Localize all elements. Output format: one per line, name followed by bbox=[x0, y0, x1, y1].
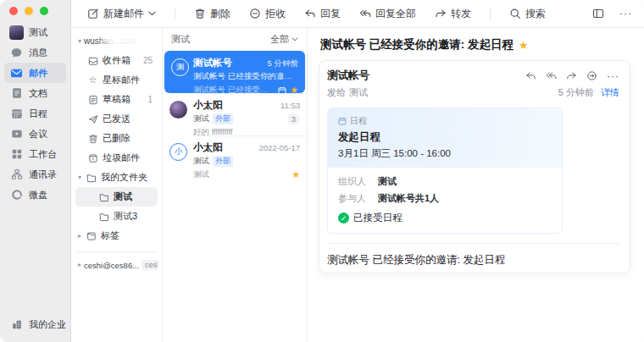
building-icon bbox=[9, 317, 24, 332]
caret-down-icon: ▾ bbox=[78, 38, 81, 45]
star-icon[interactable]: ★ bbox=[291, 170, 300, 179]
participants-value: 测试帐号共1人 bbox=[378, 192, 439, 205]
mail-toolbar: 新建邮件 删除 拒收 回复 回复全部 转发 bbox=[71, 0, 644, 28]
chat-bubble-icon bbox=[9, 46, 24, 60]
folder-junk[interactable]: 垃圾邮件 bbox=[75, 148, 158, 168]
forward-button[interactable]: 转发 bbox=[435, 7, 471, 21]
folder-labels[interactable]: ▸ 标签 bbox=[75, 226, 158, 245]
message-divider bbox=[327, 243, 619, 244]
mail-snippet: 测试帐号 已经接受你的邀请: 发... bbox=[193, 71, 298, 82]
reply-icon[interactable] bbox=[525, 70, 536, 81]
video-camera-icon bbox=[9, 127, 24, 141]
event-status-text: 已接受日程 bbox=[353, 212, 402, 224]
toolbar-divider bbox=[175, 8, 175, 19]
account-row[interactable]: ▾ wushan...com bbox=[75, 35, 158, 51]
subject-star-icon[interactable]: ★ bbox=[519, 40, 529, 51]
more-options-icon[interactable]: ··· bbox=[619, 8, 632, 19]
main-area: 新建邮件 删除 拒收 回复 回复全部 转发 bbox=[71, 0, 644, 342]
trash-icon bbox=[194, 8, 206, 19]
mail-list-item[interactable]: 小太阳 11:53 测试 外部 3 好的 ffffffffff bbox=[163, 93, 307, 135]
sidebar-item-profile[interactable]: 测试 bbox=[4, 22, 66, 42]
list-filter-dropdown[interactable]: 全部 bbox=[270, 33, 298, 46]
folder-inbox[interactable]: 收件箱 25 bbox=[75, 51, 158, 70]
thread-count-badge: 3 bbox=[287, 113, 300, 124]
folder-my-folders[interactable]: ▾ 我的文件夹 bbox=[75, 168, 158, 187]
mail-sender: 测试帐号 bbox=[193, 57, 232, 69]
paper-plane-icon bbox=[87, 114, 98, 124]
zoom-window-button[interactable] bbox=[40, 7, 48, 15]
sidebar-item-docs[interactable]: 文档 bbox=[4, 83, 66, 103]
layout-toggle-icon[interactable] bbox=[592, 8, 604, 19]
reply-all-icon bbox=[359, 8, 371, 19]
mail-time: 5 分钟前 bbox=[268, 58, 298, 69]
inbox-icon bbox=[87, 56, 98, 66]
sidebar-item-label: 消息 bbox=[29, 47, 47, 59]
folder-panel: ▾ wushan...com 收件箱 25 ☆ 星标邮件 草稿箱 1 bbox=[71, 28, 163, 342]
sidebar-item-label: 微盘 bbox=[29, 189, 47, 201]
event-type-label: 日程 bbox=[350, 115, 367, 127]
event-status: ✓ 已接受日程 bbox=[338, 212, 552, 224]
folder-icon bbox=[98, 192, 109, 202]
forward-icon[interactable] bbox=[566, 70, 577, 81]
reply-button[interactable]: 回复 bbox=[304, 7, 341, 21]
sidebar-item-mail[interactable]: 邮件 bbox=[4, 63, 66, 83]
external-account-row[interactable]: ▸ ceshi@ces86... ceshi bbox=[75, 258, 158, 270]
sidebar-item-workspace[interactable]: 工作台 bbox=[4, 144, 66, 164]
mail-list-item[interactable]: 测 测试帐号 5 分钟前 测试帐号 已经接受你的邀请: 发... 测试帐号 已经… bbox=[164, 51, 305, 93]
mail-time: 2022-05-17 bbox=[258, 143, 300, 152]
folder-deleted[interactable]: 已删除 bbox=[75, 129, 158, 148]
minimize-window-button[interactable] bbox=[25, 7, 33, 15]
folder-icon bbox=[86, 173, 97, 183]
external-badge: 外部 bbox=[213, 113, 233, 124]
draft-count: 1 bbox=[147, 95, 154, 104]
mail-app-window: 测试 消息 邮件 文档 日程 bbox=[0, 0, 644, 342]
folder-drafts[interactable]: 草稿箱 1 bbox=[75, 90, 158, 109]
organizer-label: 组织人 bbox=[338, 175, 366, 188]
list-title: 测试 bbox=[171, 33, 190, 46]
reject-button[interactable]: 拒收 bbox=[249, 7, 286, 21]
organizer-value: 测试 bbox=[378, 175, 397, 188]
folder-sent[interactable]: 已发送 bbox=[75, 109, 158, 129]
message-body: 测试帐号 已经接受你的邀请: 发起日程 bbox=[327, 253, 619, 268]
sidebar-item-label: 文档 bbox=[29, 87, 47, 100]
draft-icon bbox=[87, 95, 98, 105]
caret-right-icon: ▸ bbox=[78, 262, 81, 268]
sidebar-item-drive[interactable]: 微盘 bbox=[4, 185, 66, 205]
sidebar-item-messages[interactable]: 消息 bbox=[4, 42, 66, 63]
close-window-button[interactable] bbox=[9, 7, 18, 15]
grid-icon bbox=[9, 147, 24, 162]
sidebar-item-label: 通讯录 bbox=[29, 168, 57, 181]
junk-box-icon bbox=[87, 153, 98, 163]
star-outline-icon: ☆ bbox=[87, 75, 98, 85]
toolbar-divider bbox=[490, 8, 491, 19]
sidebar-item-meetings[interactable]: 会议 bbox=[4, 124, 66, 144]
delete-button[interactable]: 删除 bbox=[194, 7, 230, 21]
mail-time: 11:53 bbox=[280, 101, 300, 110]
calendar-event-card[interactable]: 日程 发起日程 3月1日 周三 15:00 - 16:00 组织人 测试 参 bbox=[327, 108, 563, 234]
mail-icon bbox=[9, 66, 24, 80]
sidebar-item-calendar[interactable]: 日程 bbox=[4, 103, 66, 124]
folder-ceshi3[interactable]: 测试3 bbox=[75, 207, 158, 226]
avatar: 测 bbox=[171, 58, 189, 76]
app-sidebar: 测试 消息 邮件 文档 日程 bbox=[0, 0, 71, 342]
participants-label: 参与人 bbox=[338, 192, 366, 205]
user-avatar bbox=[9, 25, 24, 40]
sidebar-item-contacts[interactable]: 通讯录 bbox=[4, 164, 66, 185]
mail-subject: 测试帐号 已经接受你的邀请: 发起日程 ★ bbox=[319, 37, 630, 52]
compose-button[interactable]: 新建邮件 bbox=[87, 7, 156, 21]
detail-link[interactable]: 详情 bbox=[601, 86, 619, 99]
forward-icon bbox=[435, 8, 447, 19]
message-more-icon[interactable]: ··· bbox=[607, 71, 619, 81]
folder-starred[interactable]: ☆ 星标邮件 bbox=[75, 70, 158, 90]
mail-list-item[interactable]: 小 小太阳 2022-05-17 测试 外部 测试 ★ bbox=[163, 135, 307, 178]
schedule-icon[interactable] bbox=[586, 70, 597, 81]
reply-all-icon[interactable] bbox=[546, 70, 557, 81]
sidebar-item-my-company[interactable]: 我的企业 bbox=[4, 314, 66, 334]
trash-icon bbox=[87, 134, 98, 144]
unread-count: 25 bbox=[143, 56, 154, 65]
org-chart-icon bbox=[9, 168, 24, 182]
search-button[interactable]: 搜索 bbox=[509, 7, 546, 21]
event-time: 3月1日 周三 15:00 - 16:00 bbox=[338, 147, 552, 160]
reply-all-button[interactable]: 回复全部 bbox=[359, 7, 416, 21]
folder-ceshi[interactable]: 测试 bbox=[75, 187, 158, 207]
